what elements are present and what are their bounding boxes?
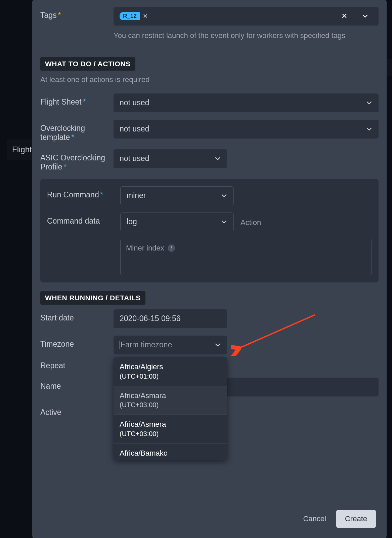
chevron-down-icon [214,155,221,162]
command-data-label: Command data [47,213,120,226]
actions-section-subtitle: At least one of actions is required [40,75,379,84]
tags-input[interactable]: R_12 ✕ ✕ [114,7,379,26]
event-modal: Tags* R_12 ✕ ✕ You can restrict launch o… [32,0,387,538]
timezone-label: Timezone [40,336,114,349]
required-marker: * [83,98,86,106]
miner-index-placeholder: Miner index [126,244,164,253]
command-panel: Run Command* miner Command data log [40,179,379,282]
tags-label: Tags* [40,7,114,20]
tags-helper: You can restrict launch of the event onl… [114,30,379,41]
asic-overclocking-label: ASIC Overclocking Profile* [40,149,114,171]
command-data-row: Command data log Action [47,213,372,231]
flight-sheet-row: Flight Sheet* not used [40,93,379,112]
name-label: Name [40,378,114,391]
details-section-title: WHEN RUNNING / DETAILS [40,291,145,305]
required-marker: * [71,133,74,142]
chevron-down-icon [366,100,373,106]
timezone-placeholder: Farm timezone [121,340,172,349]
chevron-down-icon [366,126,373,132]
overclocking-template-row: Overclocking template* not used [40,120,379,142]
run-command-label: Run Command* [47,186,120,199]
start-date-input[interactable] [114,309,227,328]
action-label: Action [241,217,261,227]
run-command-select[interactable]: miner [120,186,234,205]
info-icon[interactable]: i [168,244,175,252]
chevron-down-icon [214,342,221,348]
start-date-label: Start date [40,309,114,322]
overclocking-template-label: Overclocking template* [40,120,114,142]
run-command-row: Run Command* miner [47,186,372,205]
timezone-option[interactable]: Africa/Asmera (UTC+03:00) [114,414,227,443]
timezone-dropdown[interactable]: Africa/Algiers (UTC+01:00) Africa/Asmara… [114,357,227,460]
required-marker: * [100,190,103,199]
tag-chip[interactable]: R_12 [120,12,140,20]
chevron-down-icon [221,219,227,225]
timezone-option[interactable]: Africa/Algiers (UTC+01:00) [114,357,227,386]
asic-overclocking-row: ASIC Overclocking Profile* not used [40,149,379,171]
repeat-label: Repeat [40,357,114,370]
flight-sheet-select[interactable]: not used [114,93,379,112]
modal-footer: Cancel Create [40,503,379,530]
miner-index-row: Miner index i [47,239,372,275]
timezone-row: Timezone Farm timezone Africa/Algiers (U… [40,336,379,354]
tags-clear-icon[interactable]: ✕ [337,12,352,21]
asic-overclocking-select[interactable]: not used [114,149,227,168]
required-marker: * [58,11,61,20]
create-button[interactable]: Create [336,510,376,528]
timezone-select[interactable]: Farm timezone [114,336,227,354]
tag-remove-icon[interactable]: ✕ [143,12,148,20]
divider [355,11,355,21]
miner-index-input[interactable]: Miner index i [120,239,372,275]
command-data-select[interactable]: log [120,213,234,231]
active-label: Active [40,404,114,417]
chevron-down-icon[interactable] [358,13,373,20]
flight-sheet-label: Flight Sheet* [40,93,114,107]
overclocking-template-select[interactable]: not used [114,120,379,139]
timezone-option[interactable]: Africa/Asmara (UTC+03:00) [114,386,227,415]
cancel-button[interactable]: Cancel [303,514,326,523]
tags-row: Tags* R_12 ✕ ✕ You can restrict launch o… [40,7,379,41]
chevron-down-icon [221,192,227,199]
timezone-option[interactable]: Africa/Bamako [114,443,227,460]
start-date-row: Start date [40,309,379,328]
actions-section-title: WHAT TO DO / ACTIONS [40,57,135,71]
required-marker: * [63,162,67,171]
